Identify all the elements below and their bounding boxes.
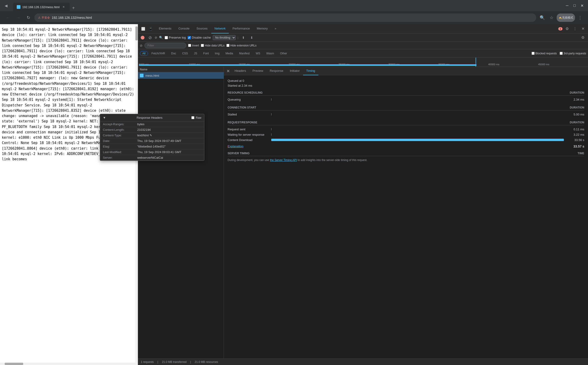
preserve-log-check[interactable]: Preserve log <box>165 36 186 39</box>
raw-toggle[interactable]: Raw <box>191 116 201 119</box>
detail-close-btn[interactable]: ✕ <box>225 68 231 74</box>
request-sent-bar-container <box>271 128 564 131</box>
invert-check[interactable]: Invert <box>188 44 199 47</box>
header-row-date: Date: Thu, 19 Sep 2024 09:07:49 GMT <box>100 138 204 144</box>
requests-count: 1 requests <box>141 360 154 364</box>
import-btn[interactable]: ⬆ <box>240 34 247 41</box>
type-btn-doc[interactable]: Doc <box>169 51 179 56</box>
minimize-button[interactable]: ─ <box>564 2 570 9</box>
preserve-log-label: Preserve log <box>169 36 186 39</box>
third-party-checkbox[interactable] <box>560 52 563 55</box>
clear-button[interactable]: ⊘ <box>147 35 153 40</box>
network-settings-btn[interactable]: ⚙ <box>580 34 586 41</box>
device-toggle-btn[interactable]: 📱 <box>147 26 154 32</box>
invert-checkbox[interactable] <box>188 44 191 47</box>
disable-cache-check[interactable]: Disable cache <box>188 36 211 39</box>
third-party-check[interactable]: 3rd-party requests <box>560 52 586 55</box>
request-item-mess-html[interactable]: mess.html <box>138 72 224 79</box>
server-key: Server: <box>103 156 135 159</box>
queueing-label: Queueing <box>228 98 269 101</box>
blocked-requests-check[interactable]: Blocked requests <box>532 52 557 55</box>
type-btn-manifest[interactable]: Manifest <box>237 51 252 56</box>
type-btn-media[interactable]: Media <box>223 51 236 56</box>
detail-tab-headers[interactable]: Headers <box>231 67 249 75</box>
server-timing-api-link[interactable]: the Server Timing API <box>270 158 297 162</box>
tab-elements[interactable]: Elements <box>156 24 175 34</box>
type-btn-fetch[interactable]: Fetch/XHR <box>149 51 168 56</box>
type-btn-font[interactable]: Font <box>201 51 211 56</box>
request-response-label: Request/Response <box>228 121 257 124</box>
type-btn-css[interactable]: CSS <box>180 51 190 56</box>
tab-close-btn[interactable]: ✕ <box>61 5 66 9</box>
tab-network[interactable]: Network <box>211 24 229 34</box>
tab-console[interactable]: Console <box>175 24 193 34</box>
type-btn-img[interactable]: Img <box>212 51 222 56</box>
menu-button[interactable]: ⋮ <box>576 14 584 22</box>
security-badge: ⚠ 不安全 <box>38 16 50 20</box>
request-sent-item: Request sent 0.11 ms <box>228 127 584 132</box>
type-btn-ws[interactable]: WS <box>253 51 263 56</box>
address-bar[interactable]: ⚠ 不安全 192.168.126.132/mess.html <box>34 14 536 22</box>
back-history-btn[interactable]: ◀ <box>3 2 9 9</box>
disable-cache-checkbox[interactable] <box>188 36 191 39</box>
horizontal-scrollbar[interactable] <box>0 363 135 365</box>
type-btn-other[interactable]: Other <box>277 51 290 56</box>
vertical-scrollbar[interactable] <box>135 24 138 365</box>
tab-sources[interactable]: Sources <box>193 24 211 34</box>
hide-data-urls-checkbox[interactable] <box>201 44 204 47</box>
back-button[interactable]: ← <box>4 14 12 22</box>
detail-tab-preview[interactable]: Preview <box>249 67 266 75</box>
hide-data-urls-check[interactable]: Hide data URLs <box>201 44 225 47</box>
hide-extension-urls-check[interactable]: Hide extension URLs <box>226 44 257 47</box>
incognito-button[interactable]: 🕵 无痕模式 <box>557 14 575 22</box>
badge: 1 <box>558 27 562 30</box>
record-button[interactable] <box>140 35 145 40</box>
devtools-settings-btn[interactable]: ⚙ <box>564 26 570 32</box>
separator-1: | <box>238 36 238 39</box>
record-indicator <box>141 36 145 40</box>
preserve-log-checkbox[interactable] <box>165 36 168 39</box>
close-button[interactable]: ✕ <box>579 2 585 9</box>
type-btn-all[interactable]: All <box>140 51 148 56</box>
tab-memory[interactable]: Memory <box>254 24 271 34</box>
hide-extension-urls-checkbox[interactable] <box>226 44 229 47</box>
throttle-select[interactable]: No throttling <box>213 35 236 40</box>
inspect-element-btn[interactable]: ⬜ <box>140 26 146 32</box>
zoom-button[interactable]: 🔍 <box>538 14 546 22</box>
type-btn-js[interactable]: JS <box>191 51 200 56</box>
devtools-more-btn[interactable]: ⋮ <box>572 26 578 32</box>
export-btn[interactable]: ⬇ <box>249 34 255 41</box>
content-download-bar <box>271 139 564 141</box>
devtools-close-btn[interactable]: ✕ <box>580 26 586 32</box>
raw-checkbox[interactable] <box>191 116 194 119</box>
scrollbar-thumb[interactable] <box>135 27 138 40</box>
tab-performance[interactable]: Performance <box>229 24 253 34</box>
explanation-link[interactable]: Explanation <box>228 145 243 148</box>
active-tab[interactable]: 192.168.126.132/mess.html ✕ <box>13 3 70 11</box>
blocked-requests-checkbox[interactable] <box>532 52 535 55</box>
new-tab-button[interactable]: + <box>70 5 77 11</box>
bookmark-button[interactable]: ☆ <box>547 14 556 22</box>
hide-data-urls-label: Hide data URLs <box>205 44 225 47</box>
duration-header-label: DURATION <box>570 91 584 94</box>
header-row-accept: Accept-Ranges: bytes <box>100 121 204 127</box>
stalled-dot <box>271 113 271 115</box>
refresh-button[interactable]: ↻ <box>24 14 33 22</box>
maximize-button[interactable]: □ <box>571 2 578 9</box>
navigation-bar: ← → ↻ ⚠ 不安全 192.168.126.132/mess.html 🔍 … <box>0 11 588 24</box>
detail-tab-response[interactable]: Response <box>266 67 287 75</box>
resources-size: 21.0 MB resources <box>195 360 218 364</box>
tl-40000: 40000 ms <box>488 63 538 66</box>
h-scrollbar-thumb[interactable] <box>5 363 23 365</box>
stalled-item: Stalled 5.00 ms <box>228 112 584 117</box>
devtools-panel: ⬜ 📱 Elements Console Sources Network Per… <box>138 24 588 365</box>
detail-tab-initiator[interactable]: Initiator <box>287 67 303 75</box>
request-sent-dot <box>271 128 271 130</box>
forward-button[interactable]: → <box>14 14 22 22</box>
filter-input[interactable] <box>145 43 186 48</box>
detail-tab-timing[interactable]: Timing <box>303 67 319 75</box>
type-btn-wasm[interactable]: Wasm <box>264 51 277 56</box>
duration-header-2: DURATION <box>570 106 584 109</box>
filter-icon: ⊘ <box>155 36 157 39</box>
tab-more[interactable]: » <box>271 24 280 34</box>
